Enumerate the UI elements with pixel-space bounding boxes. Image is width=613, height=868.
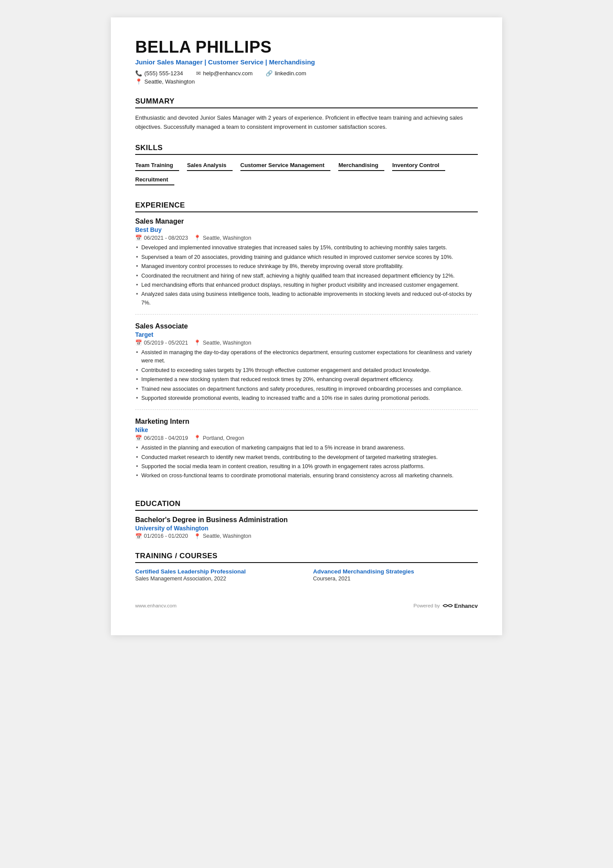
bullet-item: Supported the social media team in conte… xyxy=(135,462,478,471)
training-section: TRAINING / COURSES Certified Sales Leade… xyxy=(135,552,478,582)
footer-brand: Powered by Enhancv xyxy=(413,603,478,609)
powered-by-text: Powered by xyxy=(413,603,440,608)
skill-team-training: Team Training xyxy=(135,160,179,171)
edu-degree: Bachelor's Degree in Business Administra… xyxy=(135,516,478,524)
calendar-icon-3: 📅 xyxy=(135,435,142,441)
phone-icon: 📞 xyxy=(135,70,142,77)
linkedin-url: linkedin.com xyxy=(275,70,306,77)
location-icon-3: 📍 xyxy=(194,435,201,441)
brand-name: Enhancv xyxy=(454,603,478,609)
job-dates-2: 📅 05/2019 - 05/2021 xyxy=(135,339,188,346)
training-item-2: Advanced Merchandising Strategies Course… xyxy=(313,568,478,582)
bullet-item: Worked on cross-functional teams to coor… xyxy=(135,472,478,480)
bullet-item: Implemented a new stocking system that r… xyxy=(135,375,478,384)
linkedin-contact: 🔗 linkedin.com xyxy=(266,70,306,77)
location-text: Seattle, Washington xyxy=(144,78,195,85)
job-dates-3: 📅 06/2018 - 04/2019 xyxy=(135,435,188,441)
job-company-2: Target xyxy=(135,331,478,338)
job-location-1: 📍 Seattle, Washington xyxy=(194,235,251,241)
bullet-item: Analyzed sales data using business intel… xyxy=(135,290,478,307)
skills-heading: SKILLS xyxy=(135,144,478,155)
job-target: Sales Associate Target 📅 05/2019 - 05/20… xyxy=(135,322,478,410)
link-icon: 🔗 xyxy=(266,70,273,77)
job-bullets-3: Assisted in the planning and execution o… xyxy=(135,444,478,480)
job-title-2: Sales Associate xyxy=(135,322,478,330)
job-company-1: Best Buy xyxy=(135,226,478,233)
job-title-3: Marketing Intern xyxy=(135,418,478,426)
training-title-1: Certified Sales Leadership Professional xyxy=(135,568,300,575)
bullet-item: Coordinated the recruitment and hiring o… xyxy=(135,272,478,280)
footer-website: www.enhancv.com xyxy=(135,603,177,608)
skill-merchandising: Merchandising xyxy=(338,160,384,171)
skill-customer-service: Customer Service Management xyxy=(240,160,331,171)
calendar-icon-edu: 📅 xyxy=(135,533,142,540)
skill-inventory: Inventory Control xyxy=(392,160,445,171)
summary-text: Enthusiastic and devoted Junior Sales Ma… xyxy=(135,114,478,132)
footer: www.enhancv.com Powered by Enhancv xyxy=(135,603,478,609)
edu-dates: 📅 01/2016 - 01/2020 xyxy=(135,533,188,540)
email-contact: ✉ help@enhancv.com xyxy=(196,70,253,77)
skills-list: Team Training Sales Analysis Customer Se… xyxy=(135,160,478,189)
job-bullets-1: Developed and implemented innovative str… xyxy=(135,244,478,307)
job-location-2: 📍 Seattle, Washington xyxy=(194,339,251,346)
location-icon: 📍 xyxy=(135,78,142,85)
training-subtitle-1: Sales Management Association, 2022 xyxy=(135,576,300,582)
job-location-3: 📍 Portland, Oregon xyxy=(194,435,244,441)
bullet-item: Assisted in managing the day-to-day oper… xyxy=(135,349,478,365)
calendar-icon-2: 📅 xyxy=(135,339,142,346)
experience-section: EXPERIENCE Sales Manager Best Buy 📅 06/2… xyxy=(135,201,478,487)
bullet-item: Conducted market research to identify ne… xyxy=(135,453,478,462)
job-nike: Marketing Intern Nike 📅 06/2018 - 04/201… xyxy=(135,418,478,487)
enhancv-logo-icon xyxy=(443,603,453,609)
edu-school: University of Washington xyxy=(135,525,478,532)
education-section: EDUCATION Bachelor's Degree in Business … xyxy=(135,499,478,540)
phone-contact: 📞 (555) 555-1234 xyxy=(135,70,183,77)
edu-location: 📍 Seattle, Washington xyxy=(194,533,251,540)
job-title-1: Sales Manager xyxy=(135,218,478,225)
email-address: help@enhancv.com xyxy=(203,70,253,77)
skill-recruitment: Recruitment xyxy=(135,174,174,185)
location-icon-2: 📍 xyxy=(194,339,201,346)
edu-meta: 📅 01/2016 - 01/2020 📍 Seattle, Washingto… xyxy=(135,533,478,540)
bullet-item: Led merchandising efforts that enhanced … xyxy=(135,281,478,289)
job-bullets-2: Assisted in managing the day-to-day oper… xyxy=(135,349,478,402)
job-company-3: Nike xyxy=(135,426,478,433)
bullet-item: Assisted in the planning and execution o… xyxy=(135,444,478,452)
phone-number: (555) 555-1234 xyxy=(144,70,183,77)
candidate-title: Junior Sales Manager | Customer Service … xyxy=(135,58,478,66)
header: BELLA PHILLIPS Junior Sales Manager | Cu… xyxy=(135,38,478,85)
location-contact: 📍 Seattle, Washington xyxy=(135,78,195,85)
job-meta-3: 📅 06/2018 - 04/2019 📍 Portland, Oregon xyxy=(135,435,478,441)
bullet-item: Managed inventory control processes to r… xyxy=(135,262,478,271)
job-dates-1: 📅 06/2021 - 08/2023 xyxy=(135,235,188,241)
skill-sales-analysis: Sales Analysis xyxy=(187,160,233,171)
experience-heading: EXPERIENCE xyxy=(135,201,478,212)
candidate-name: BELLA PHILLIPS xyxy=(135,38,478,57)
bullet-item: Contributed to exceeding sales targets b… xyxy=(135,366,478,375)
education-heading: EDUCATION xyxy=(135,499,478,511)
training-grid: Certified Sales Leadership Professional … xyxy=(135,568,478,582)
summary-heading: SUMMARY xyxy=(135,97,478,108)
job-meta-1: 📅 06/2021 - 08/2023 📍 Seattle, Washingto… xyxy=(135,235,478,241)
training-title-2: Advanced Merchandising Strategies xyxy=(313,568,478,575)
job-best-buy: Sales Manager Best Buy 📅 06/2021 - 08/20… xyxy=(135,218,478,315)
training-item-1: Certified Sales Leadership Professional … xyxy=(135,568,300,582)
enhancv-logo: Enhancv xyxy=(443,603,478,609)
bullet-item: Trained new associates on department fun… xyxy=(135,385,478,393)
bullet-item: Supervised a team of 20 associates, prov… xyxy=(135,253,478,261)
bullet-item: Supported storewide promotional events, … xyxy=(135,394,478,402)
location-row: 📍 Seattle, Washington xyxy=(135,78,478,85)
job-meta-2: 📅 05/2019 - 05/2021 📍 Seattle, Washingto… xyxy=(135,339,478,346)
training-subtitle-2: Coursera, 2021 xyxy=(313,576,478,582)
training-heading: TRAINING / COURSES xyxy=(135,552,478,563)
location-icon-1: 📍 xyxy=(194,235,201,241)
contact-row: 📞 (555) 555-1234 ✉ help@enhancv.com 🔗 li… xyxy=(135,70,478,77)
location-icon-edu: 📍 xyxy=(194,533,201,540)
resume-page: BELLA PHILLIPS Junior Sales Manager | Cu… xyxy=(111,17,502,635)
calendar-icon-1: 📅 xyxy=(135,235,142,241)
email-icon: ✉ xyxy=(196,70,201,77)
bullet-item: Developed and implemented innovative str… xyxy=(135,244,478,252)
skills-section: SKILLS Team Training Sales Analysis Cust… xyxy=(135,144,478,189)
summary-section: SUMMARY Enthusiastic and devoted Junior … xyxy=(135,97,478,132)
